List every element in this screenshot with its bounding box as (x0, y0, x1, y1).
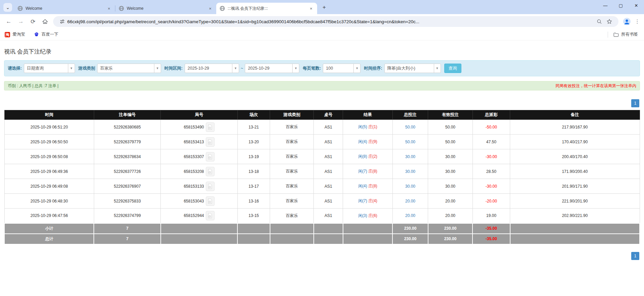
table-row: 2025-10-29 06:48:30522926375833658153043… (4, 194, 640, 209)
video-replay-icon[interactable] (206, 152, 215, 161)
filter-panel: 请选择: 日期查询 ▼ 游戏类别 百家乐 ▼ 时间区间: 2025-10-29 … (4, 60, 640, 76)
tab-betrecord-active[interactable]: :::视讯 会员下注纪录::: × (216, 3, 317, 14)
result-cell: 闲(4) 庄(8) (343, 179, 392, 194)
table-row: 2025-10-29 06:50:50522926379779658153413… (4, 135, 640, 149)
new-tab-button[interactable]: + (320, 3, 329, 12)
date-from-value: 2025-10-29 (185, 66, 232, 71)
forward-button[interactable]: → (15, 16, 26, 27)
tab-title: :::视讯 会员下注纪录::: (228, 6, 306, 11)
round-id: 658153208 (184, 169, 204, 174)
total-bet-cell[interactable]: 50.00 (392, 120, 428, 135)
summary-bar: 币别 : 人民币 | 总共 :7 注单 | 同局有效投注，统一计算在该局第一张注… (4, 81, 640, 90)
query-type-select[interactable]: 日期查询 ▼ (24, 64, 75, 73)
per-page-select[interactable]: 100 ▼ (323, 64, 361, 73)
tab-welcome-1[interactable]: Welcome × (14, 3, 115, 14)
video-replay-icon[interactable] (206, 122, 215, 132)
result-player: 闲(3) (358, 213, 367, 218)
table-row: 2025-10-29 06:51:20522926380685658153490… (4, 120, 640, 135)
bookmark-baidu[interactable]: 百度一下 (34, 32, 59, 37)
select-type-label: 请选择: (8, 66, 22, 71)
total-bet-cell[interactable]: 30.00 (392, 164, 428, 179)
subtotal-cell (343, 223, 392, 234)
subtotal-cell (314, 223, 343, 234)
per-page-value: 100 (323, 66, 353, 71)
bet-time-cell: 2025-10-29 06:50:08 (4, 149, 94, 164)
tab-welcome-2[interactable]: Welcome × (115, 3, 216, 14)
taobao-icon: 淘 (5, 32, 10, 37)
remark-cell: 200.40/170.40 (510, 149, 640, 164)
home-button[interactable] (40, 16, 50, 27)
video-replay-icon[interactable] (206, 196, 215, 206)
session-cell: 13-15 (237, 209, 270, 223)
date-to-select[interactable]: 2025-10-29 ▼ (245, 64, 299, 73)
page-content: 视讯 会员下注纪录 请选择: 日期查询 ▼ 游戏类别 百家乐 ▼ 时间区间: 2… (0, 40, 644, 296)
bet-id-cell: 522926380685 (94, 120, 160, 135)
bet-id-cell: 522926376907 (94, 179, 160, 194)
page-1-button[interactable]: 1 (631, 252, 639, 260)
column-header: 备注 (510, 110, 640, 120)
video-replay-icon[interactable] (206, 211, 215, 220)
search-button[interactable]: 查询 (444, 64, 461, 73)
maximize-button[interactable]: ▢ (613, 0, 629, 11)
plus-icon: + (323, 4, 326, 11)
remark-cell: 217.90/167.90 (510, 120, 640, 135)
close-icon[interactable]: × (207, 6, 213, 11)
total-row: 总计7230.00230.00-35.00 (4, 234, 640, 244)
round-id-cell: 658153133 (161, 179, 238, 194)
date-from-select[interactable]: 2025-10-29 ▼ (185, 64, 239, 73)
video-replay-icon[interactable] (206, 137, 215, 147)
tab-search-button[interactable]: ⌄ (3, 3, 12, 12)
window-controls: — ▢ ✕ (598, 0, 644, 11)
close-window-button[interactable]: ✕ (629, 0, 644, 11)
game-type-label: 游戏类别 (78, 66, 95, 71)
bet-time-cell: 2025-10-29 06:47:56 (4, 209, 94, 223)
chevron-down-icon: ▼ (232, 64, 239, 73)
column-header: 总投注 (392, 110, 428, 120)
remark-cell: 221.90/201.90 (510, 194, 640, 209)
sort-select[interactable]: 降幂(由大到小) ▼ (384, 64, 441, 73)
all-bookmarks-button[interactable]: 所有书签 (613, 32, 638, 37)
site-info-icon[interactable] (59, 18, 66, 25)
per-page-label: 每页笔数: (303, 66, 321, 71)
bookmark-taobao[interactable]: 淘 爱淘宝 (5, 32, 25, 37)
profile-avatar[interactable] (622, 17, 631, 26)
game-type-cell: 百家乐 (270, 135, 314, 149)
total-bet-cell[interactable]: 20.00 (392, 194, 428, 209)
round-id-cell: 658152944 (161, 209, 238, 223)
bookmark-star-icon[interactable] (606, 18, 613, 25)
minimize-button[interactable]: — (598, 0, 613, 11)
game-type-select[interactable]: 百家乐 ▼ (97, 64, 161, 73)
total-bet-cell[interactable]: 50.00 (392, 135, 428, 149)
tab-title: Welcome (26, 6, 104, 11)
result-cell: 闲(3) 庄(6) (343, 209, 392, 223)
result-cell: 闲(8) 庄(2) (343, 149, 392, 164)
table-number-cell: AS1 (314, 194, 343, 209)
remark-cell: 202.90/221.90 (510, 209, 640, 223)
column-header: 有效投注 (428, 110, 472, 120)
valid-bet-cell: 50.00 (428, 135, 472, 149)
reload-button[interactable]: ⟳ (28, 16, 38, 27)
video-replay-icon[interactable] (206, 167, 215, 176)
back-button[interactable]: ← (3, 16, 14, 27)
page-1-button[interactable]: 1 (631, 99, 639, 107)
total-bet-cell[interactable]: 30.00 (392, 149, 428, 164)
url-text[interactable]: 66cxkj98.com/ipl/portal.php/game/betreco… (67, 19, 594, 24)
globe-icon (17, 6, 23, 11)
video-replay-icon[interactable] (206, 182, 215, 191)
close-icon[interactable]: × (308, 6, 314, 11)
session-cell: 13-21 (237, 120, 270, 135)
bookmark-label: 百度一下 (42, 32, 59, 37)
query-type-value: 日期查询 (24, 66, 68, 71)
url-bar[interactable]: 66cxkj98.com/ipl/portal.php/game/betreco… (53, 16, 618, 27)
zoom-icon[interactable] (596, 18, 603, 25)
close-icon[interactable]: × (106, 6, 112, 11)
result-banker: 庄(1) (367, 124, 377, 129)
table-row: 2025-10-29 06:50:08522926378634658153307… (4, 149, 640, 164)
subtotal-cell: 7 (94, 223, 160, 234)
total-bet-cell[interactable]: 20.00 (392, 209, 428, 223)
valid-bet-cell: 50.00 (428, 120, 472, 135)
result-player: 闲(4) (358, 139, 367, 144)
total-bet-cell[interactable]: 30.00 (392, 179, 428, 194)
payout-cell: 19.00 (472, 209, 510, 223)
browser-menu-button[interactable]: ⋮ (633, 17, 641, 26)
